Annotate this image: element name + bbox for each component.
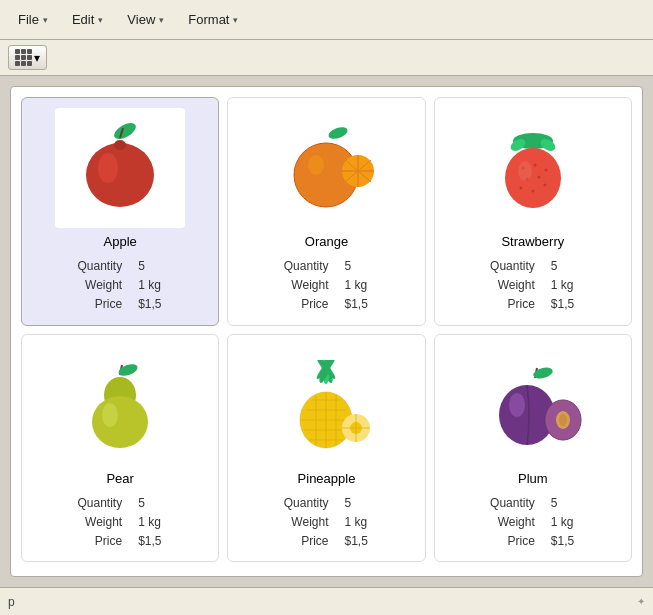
svg-point-2 (86, 143, 154, 207)
svg-point-26 (518, 161, 532, 181)
fruit-name-apple: Apple (104, 234, 137, 249)
menu-format-label: Format (188, 12, 229, 27)
detail-label: Quantity (278, 494, 328, 513)
detail-value: 1 kg (138, 513, 168, 532)
menu-edit[interactable]: Edit ▾ (62, 8, 113, 31)
toolbar-dropdown-arrow: ▾ (34, 51, 40, 65)
menu-file-label: File (18, 12, 39, 27)
detail-row: Price$1,5 (32, 295, 208, 314)
statusbar-text: p (8, 595, 15, 609)
fruit-details-plum: Quantity5Weight1 kgPrice$1,5 (445, 494, 621, 552)
detail-value: $1,5 (551, 532, 581, 551)
fruit-details-orange: Quantity5Weight1 kgPrice$1,5 (238, 257, 414, 315)
menu-file[interactable]: File ▾ (8, 8, 58, 31)
menu-view-arrow: ▾ (159, 15, 164, 25)
fruit-name-plum: Plum (518, 471, 548, 486)
svg-point-24 (531, 190, 534, 193)
detail-row: Price$1,5 (445, 295, 621, 314)
fruit-name-strawberry: Strawberry (501, 234, 564, 249)
detail-label: Weight (278, 513, 328, 532)
fruit-details-pineapple: Quantity5Weight1 kgPrice$1,5 (238, 494, 414, 552)
svg-point-28 (117, 361, 139, 377)
detail-row: Weight1 kg (238, 513, 414, 532)
detail-label: Price (485, 295, 535, 314)
detail-row: Quantity5 (32, 257, 208, 276)
fruit-card-pear[interactable]: PearQuantity5Weight1 kgPrice$1,5 (21, 334, 219, 563)
detail-row: Weight1 kg (32, 513, 208, 532)
detail-label: Quantity (72, 257, 122, 276)
fruit-image-pear (55, 345, 185, 465)
svg-point-31 (102, 403, 118, 427)
svg-point-52 (532, 365, 554, 380)
svg-point-30 (92, 396, 148, 448)
detail-label: Weight (72, 513, 122, 532)
svg-point-20 (544, 169, 547, 172)
svg-point-3 (98, 153, 118, 183)
fruit-image-orange (261, 108, 391, 228)
detail-row: Weight1 kg (445, 276, 621, 295)
menu-edit-label: Edit (72, 12, 94, 27)
fruit-name-pineapple: Pineapple (298, 471, 356, 486)
fruit-details-strawberry: Quantity5Weight1 kgPrice$1,5 (445, 257, 621, 315)
svg-point-22 (537, 176, 540, 179)
detail-value: 1 kg (551, 513, 581, 532)
detail-label: Price (485, 532, 535, 551)
detail-value: 1 kg (344, 276, 374, 295)
fruit-image-plum (468, 345, 598, 465)
fruit-name-pear: Pear (106, 471, 133, 486)
detail-label: Weight (278, 276, 328, 295)
detail-row: Quantity5 (445, 257, 621, 276)
svg-point-54 (509, 393, 525, 417)
svg-point-19 (533, 164, 536, 167)
detail-value: $1,5 (344, 532, 374, 551)
statusbar: p ✦ (0, 587, 653, 615)
detail-row: Price$1,5 (445, 532, 621, 551)
detail-value: 5 (344, 257, 374, 276)
detail-row: Weight1 kg (32, 276, 208, 295)
fruit-card-plum[interactable]: PlumQuantity5Weight1 kgPrice$1,5 (434, 334, 632, 563)
menu-view[interactable]: View ▾ (117, 8, 174, 31)
detail-value: 1 kg (551, 276, 581, 295)
menu-format[interactable]: Format ▾ (178, 8, 248, 31)
fruit-card-orange[interactable]: OrangeQuantity5Weight1 kgPrice$1,5 (227, 97, 425, 326)
fruit-card-strawberry[interactable]: StrawberryQuantity5Weight1 kgPrice$1,5 (434, 97, 632, 326)
fruit-image-apple (55, 108, 185, 228)
fruit-details-apple: Quantity5Weight1 kgPrice$1,5 (32, 257, 208, 315)
detail-row: Quantity5 (445, 494, 621, 513)
statusbar-indicator: ✦ (637, 596, 645, 607)
menu-file-arrow: ▾ (43, 15, 48, 25)
detail-value: 1 kg (344, 513, 374, 532)
detail-row: Price$1,5 (238, 532, 414, 551)
detail-row: Quantity5 (238, 494, 414, 513)
detail-label: Price (278, 295, 328, 314)
fruit-card-pineapple[interactable]: PineappleQuantity5Weight1 kgPrice$1,5 (227, 334, 425, 563)
detail-row: Weight1 kg (445, 513, 621, 532)
menu-format-arrow: ▾ (233, 15, 238, 25)
detail-label: Weight (72, 276, 122, 295)
detail-value: 5 (551, 494, 581, 513)
detail-label: Price (72, 532, 122, 551)
detail-label: Quantity (485, 257, 535, 276)
detail-value: 5 (344, 494, 374, 513)
detail-label: Price (72, 295, 122, 314)
svg-point-25 (543, 184, 546, 187)
svg-point-5 (327, 125, 349, 141)
detail-value: $1,5 (344, 295, 374, 314)
fruit-card-apple[interactable]: AppleQuantity5Weight1 kgPrice$1,5 (21, 97, 219, 326)
grid-view-button[interactable]: ▾ (8, 45, 47, 70)
detail-value: $1,5 (138, 532, 168, 551)
detail-label: Weight (485, 276, 535, 295)
detail-value: 5 (138, 257, 168, 276)
items-grid: AppleQuantity5Weight1 kgPrice$1,5 Orange… (21, 97, 632, 562)
toolbar: ▾ (0, 40, 653, 76)
main-area: AppleQuantity5Weight1 kgPrice$1,5 Orange… (0, 76, 653, 587)
detail-label: Price (278, 532, 328, 551)
detail-row: Quantity5 (32, 494, 208, 513)
detail-label: Quantity (72, 494, 122, 513)
detail-label: Weight (485, 513, 535, 532)
detail-value: 5 (138, 494, 168, 513)
detail-row: Quantity5 (238, 257, 414, 276)
detail-value: $1,5 (551, 295, 581, 314)
detail-row: Price$1,5 (32, 532, 208, 551)
svg-point-8 (308, 155, 324, 175)
